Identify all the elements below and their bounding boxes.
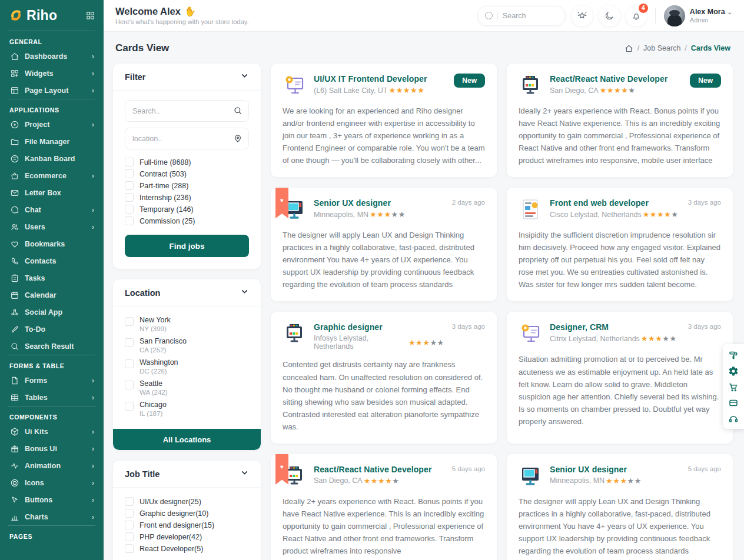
brand-logo[interactable]: Riho — [8, 8, 57, 24]
monitor-ui-icon — [519, 322, 542, 345]
job-location: Citrix Lelystad, Netherlands — [550, 335, 640, 343]
job-title-graphic-designer-10[interactable]: Graphic designer(10) — [125, 509, 249, 518]
job-title[interactable]: Graphic designer — [314, 322, 444, 332]
header-search[interactable] — [477, 6, 566, 26]
home-icon[interactable] — [625, 44, 633, 53]
sidebar-item-bonus-ui[interactable]: Bonus Ui › — [8, 440, 95, 457]
job-card-designer-crm[interactable]: ♥ Designer, CRM Citrix Lelystad, Netherl… — [507, 312, 733, 443]
location-input[interactable] — [125, 128, 249, 149]
wallet-button[interactable] — [726, 396, 741, 409]
sidebar-item-charts[interactable]: Charts › — [8, 508, 95, 525]
sidebar-item-chat[interactable]: Chat › — [8, 201, 95, 218]
sidebar-item-to-do[interactable]: To-Do › — [8, 321, 95, 338]
job-type-full-time-8688[interactable]: Full-time (8688) — [125, 158, 249, 166]
job-search-input[interactable] — [125, 100, 249, 122]
job-title[interactable]: React/React Native Developer — [314, 465, 444, 474]
job-title[interactable]: React/React Native Developer — [550, 74, 682, 84]
job-card-senior-ux-designer[interactable]: ♥ Senior UX designer Minneapolis, MN★★★★… — [507, 454, 733, 560]
job-card-react-react-native-developer[interactable]: ♥ React/React Native Developer San Diego… — [271, 454, 497, 560]
location-panel-header[interactable]: Location — [113, 279, 261, 306]
location-washington[interactable]: Washington DC (226) — [125, 358, 249, 375]
checkbox[interactable] — [125, 317, 134, 326]
checkbox[interactable] — [125, 359, 134, 368]
job-title-front-end-designer-15[interactable]: Front end designer(15) — [125, 521, 249, 529]
all-locations-button[interactable]: All Locations — [113, 429, 261, 450]
sidebar-item-project[interactable]: Project › — [8, 116, 95, 133]
header-search-input[interactable] — [503, 12, 550, 20]
headset-button[interactable] — [726, 412, 741, 425]
checkbox[interactable] — [125, 158, 134, 166]
find-jobs-button[interactable]: Find jobs — [125, 235, 249, 257]
notifications-button[interactable]: 4 — [626, 5, 647, 26]
sidebar-item-ui-kits[interactable]: Ui Kits › — [8, 423, 95, 440]
checkbox[interactable] — [125, 532, 134, 541]
checkbox[interactable] — [125, 181, 134, 190]
favorites-button[interactable] — [572, 5, 593, 26]
checkbox[interactable] — [125, 402, 134, 411]
location-san-francisco[interactable]: San Francisco CA (252) — [125, 337, 249, 354]
paint-roller-button[interactable] — [726, 349, 741, 362]
checkbox[interactable] — [125, 509, 134, 518]
job-title-php-developer-42[interactable]: PHP developer(42) — [125, 532, 249, 541]
sidebar-item-contacts[interactable]: Contacts › — [8, 252, 95, 269]
job-type-temporary-146[interactable]: Temporary (146) — [125, 205, 249, 214]
sidebar-item-forms[interactable]: Forms › — [8, 372, 95, 389]
job-card-front-end-web-developer[interactable]: ♥ Front end web developer Cisco Lelystad… — [507, 188, 733, 301]
dark-mode-button[interactable] — [599, 5, 620, 26]
checkbox[interactable] — [125, 193, 134, 202]
sidebar-item-icons[interactable]: Icons › — [8, 474, 95, 491]
job-title[interactable]: Senior UX designer — [550, 465, 680, 474]
job-type-commission-25[interactable]: Commission (25) — [125, 216, 249, 225]
job-card-graphic-designer[interactable]: ♥ Graphic designer Infosys Lelystad, Net… — [271, 312, 497, 443]
gear-button[interactable] — [726, 365, 741, 378]
job-title[interactable]: Senior UX designer — [314, 198, 444, 208]
breadcrumb-parent[interactable]: Job Search — [643, 44, 680, 52]
filter-panel-header[interactable]: Filter — [113, 64, 261, 91]
cart-button[interactable] — [726, 381, 741, 394]
job-card-react-react-native-developer[interactable]: ♥ React/React Native Developer San Diego… — [507, 64, 733, 177]
location-seattle[interactable]: Seattle WA (242) — [125, 379, 249, 396]
bookmark-ribbon[interactable]: ♥ — [275, 454, 288, 485]
checkbox[interactable] — [125, 205, 134, 214]
sidebar-toggle-grid-icon[interactable] — [85, 11, 95, 21]
sidebar-item-search-result[interactable]: Search Result › — [8, 338, 95, 355]
checkbox[interactable] — [125, 216, 134, 225]
job-title[interactable]: Designer, CRM — [550, 322, 680, 332]
location-new-york[interactable]: New York NY (399) — [125, 316, 249, 332]
checkbox[interactable] — [125, 338, 134, 347]
job-card-ui-ux-it-frontend-developer[interactable]: ♥ UI/UX IT Frontend Developer (L6) Salt … — [271, 64, 497, 177]
sidebar-item-bookmarks[interactable]: Bookmarks › — [8, 235, 95, 252]
filter-panel-title: Filter — [125, 72, 145, 82]
job-title-react-developer-5[interactable]: React Developer(5) — [125, 544, 249, 553]
sidebar-item-widgets[interactable]: Widgets › — [8, 65, 95, 82]
job-title-panel-header[interactable]: Job Title — [113, 461, 261, 488]
sidebar-item-file-manager[interactable]: File Manager › — [8, 133, 95, 150]
sidebar-item-tasks[interactable]: Tasks › — [8, 269, 95, 286]
sidebar-item-page-layout[interactable]: Page Layout › — [8, 82, 95, 99]
sidebar-item-kanban-board[interactable]: Kanban Board › — [8, 150, 95, 167]
sidebar-item-dashboards[interactable]: Dashboards › — [8, 48, 95, 65]
sidebar-item-users[interactable]: Users › — [8, 218, 95, 235]
checkbox[interactable] — [125, 544, 134, 553]
job-type-internship-236[interactable]: Internship (236) — [125, 193, 249, 202]
checkbox[interactable] — [125, 497, 134, 506]
sidebar-item-animation[interactable]: Animation › — [8, 457, 95, 474]
sidebar-item-calendar[interactable]: Calendar › — [8, 286, 95, 304]
job-card-senior-ux-designer[interactable]: ♥ Senior UX designer Minneapolis, MN★★★★… — [271, 188, 497, 301]
job-title[interactable]: Front end web developer — [550, 198, 680, 208]
user-menu[interactable]: Alex Mora⌄ Admin — [664, 5, 732, 26]
sidebar-item-ecommerce[interactable]: Ecommerce › — [8, 167, 95, 184]
job-title[interactable]: UI/UX IT Frontend Developer — [314, 74, 446, 84]
checkbox[interactable] — [125, 169, 134, 178]
sidebar-item-social-app[interactable]: Social App › — [8, 304, 95, 321]
sidebar-item-tables[interactable]: Tables › — [8, 389, 95, 406]
sidebar-item-buttons[interactable]: Buttons › — [8, 491, 95, 508]
bookmark-ribbon[interactable]: ♥ — [275, 188, 288, 218]
job-type-contract-503[interactable]: Contract (503) — [125, 169, 249, 178]
checkbox[interactable] — [125, 521, 134, 529]
job-type-part-time-288[interactable]: Part-time (288) — [125, 181, 249, 190]
checkbox[interactable] — [125, 381, 134, 389]
sidebar-item-letter-box[interactable]: Letter Box › — [8, 184, 95, 201]
location-chicago[interactable]: Chicago IL (187) — [125, 401, 249, 417]
job-title-ui-ux-designer-25[interactable]: UI/Ux designer(25) — [125, 497, 249, 506]
